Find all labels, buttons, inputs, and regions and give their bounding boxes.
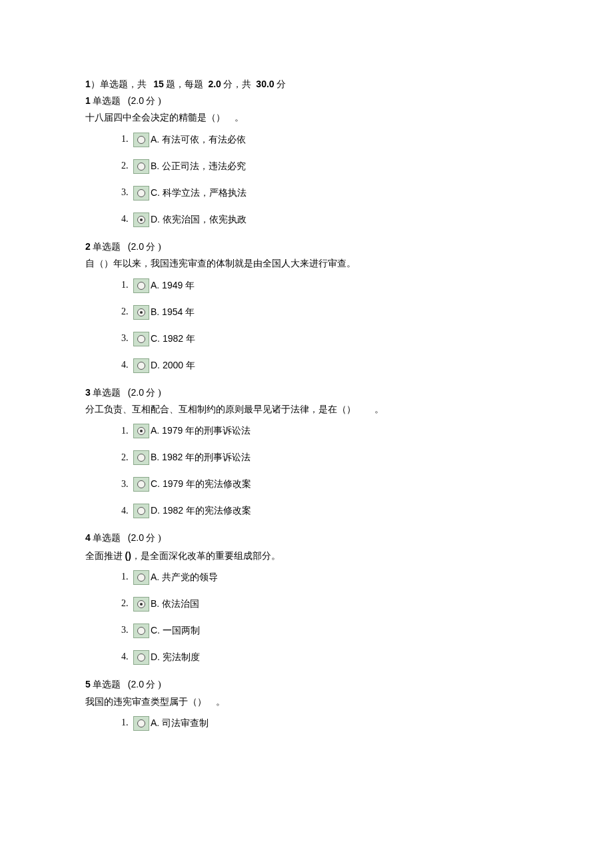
list-item: D. 宪法制度 xyxy=(131,650,526,665)
radio-icon[interactable] xyxy=(133,477,149,492)
question-type-label: 单选题 xyxy=(93,679,121,689)
radio-icon[interactable] xyxy=(133,278,149,293)
radio-icon[interactable] xyxy=(133,504,149,518)
option-list: A. 1949 年 B. 1954 年 C. 1982 年 D. 2000 年 xyxy=(85,278,526,373)
question-number: 1 xyxy=(85,95,91,106)
question-stem: 分工负责、互相配合、互相制约的原则最早见诸于法律，是在（） 。 xyxy=(85,402,526,417)
question-number: 4 xyxy=(85,532,91,543)
list-item: B. 依法治国 xyxy=(131,597,526,612)
option-label: C. 科学立法，严格执法 xyxy=(151,187,247,198)
list-item: B. 公正司法，违法必究 xyxy=(131,159,526,174)
section-text-d: 分 xyxy=(277,79,286,89)
section-count: 15 xyxy=(153,79,164,89)
list-item: C. 1979 年的宪法修改案 xyxy=(131,477,526,492)
option-label: A. 1949 年 xyxy=(151,280,195,290)
question-block: 5 单选题 (2.0 分 ) 我国的违宪审查类型属于（） 。 A. 司法审查制 xyxy=(85,677,526,731)
radio-icon[interactable] xyxy=(133,358,149,373)
question-points-close: 分 ) xyxy=(146,533,161,543)
question-type-label: 单选题 xyxy=(93,96,121,106)
question-points-open: (2.0 xyxy=(128,241,144,252)
section-text-a: ）单选题，共 xyxy=(91,79,147,89)
radio-icon[interactable] xyxy=(133,305,149,320)
question-block: 2 单选题 (2.0 分 ) 自（）年以来，我国违宪审查的体制就是由全国人大来进… xyxy=(85,239,526,373)
radio-icon[interactable] xyxy=(133,332,149,346)
document-page: 1）单选题，共 15 题，每题 2.0 分，共 30.0 分 1 单选题 (2.… xyxy=(0,0,613,783)
option-list: A. 共产党的领导 B. 依法治国 C. 一国两制 D. 宪法制度 xyxy=(85,570,526,665)
question-number: 3 xyxy=(85,387,91,398)
question-stem: 我国的违宪审查类型属于（） 。 xyxy=(85,695,526,709)
radio-icon[interactable] xyxy=(133,159,149,174)
list-item: B. 1954 年 xyxy=(131,305,526,320)
question-points-open: (2.0 xyxy=(128,532,144,543)
list-item: A. 共产党的领导 xyxy=(131,570,526,585)
question-points-close: 分 ) xyxy=(146,679,161,689)
radio-icon[interactable] xyxy=(133,213,149,227)
question-title: 1 单选题 (2.0 分 ) xyxy=(85,93,526,109)
section-text-b: 题，每题 xyxy=(166,79,203,89)
radio-icon[interactable] xyxy=(133,133,149,147)
question-type-label: 单选题 xyxy=(93,242,121,252)
list-item: C. 一国两制 xyxy=(131,624,526,638)
question-title: 5 单选题 (2.0 分 ) xyxy=(85,677,526,692)
radio-icon[interactable] xyxy=(133,716,149,731)
radio-icon[interactable] xyxy=(133,570,149,585)
list-item: A. 有法可依，有法必依 xyxy=(131,133,526,147)
list-item: C. 1982 年 xyxy=(131,332,526,346)
question-type-label: 单选题 xyxy=(93,388,121,398)
option-label: B. 公正司法，违法必究 xyxy=(151,161,246,171)
list-item: D. 2000 年 xyxy=(131,358,526,373)
question-block: 4 单选题 (2.0 分 ) 全面推进 ()，是全面深化改革的重要组成部分。 A… xyxy=(85,530,526,665)
question-points-close: 分 ) xyxy=(146,96,161,106)
list-item: A. 1979 年的刑事诉讼法 xyxy=(131,424,526,438)
radio-icon[interactable] xyxy=(133,186,149,201)
radio-icon[interactable] xyxy=(133,624,149,638)
section-total: 30.0 xyxy=(256,79,274,89)
option-list: A. 有法可依，有法必依 B. 公正司法，违法必究 C. 科学立法，严格执法 D… xyxy=(85,133,526,227)
option-list: A. 司法审查制 xyxy=(85,716,526,731)
stem-bold: () xyxy=(125,550,131,561)
section-pts: 2.0 xyxy=(208,79,221,89)
section-num: 1 xyxy=(85,79,91,89)
option-label: B. 1982 年的刑事诉讼法 xyxy=(151,452,251,462)
question-points-open: (2.0 xyxy=(128,95,144,106)
list-item: C. 科学立法，严格执法 xyxy=(131,186,526,201)
question-number: 5 xyxy=(85,679,91,689)
option-label: B. 1954 年 xyxy=(151,306,195,317)
option-label: A. 共产党的领导 xyxy=(151,572,218,582)
question-block: 1 单选题 (2.0 分 ) 十八届四中全会决定的精髓是（） 。 A. 有法可依… xyxy=(85,93,526,227)
question-type-label: 单选题 xyxy=(93,533,121,543)
stem-pre: 全面推进 xyxy=(85,551,125,561)
question-block: 3 单选题 (2.0 分 ) 分工负责、互相配合、互相制约的原则最早见诸于法律，… xyxy=(85,385,526,519)
question-stem: 全面推进 ()，是全面深化改革的重要组成部分。 xyxy=(85,548,526,564)
list-item: A. 1949 年 xyxy=(131,278,526,293)
list-item: D. 1982 年的宪法修改案 xyxy=(131,504,526,518)
option-label: A. 有法可依，有法必依 xyxy=(151,134,246,145)
question-stem: 自（）年以来，我国违宪审查的体制就是由全国人大来进行审查。 xyxy=(85,256,526,271)
option-label: A. 1979 年的刑事诉讼法 xyxy=(151,425,251,436)
radio-icon[interactable] xyxy=(133,424,149,438)
option-label: C. 1982 年 xyxy=(151,333,195,344)
radio-icon[interactable] xyxy=(133,650,149,665)
question-stem: 十八届四中全会决定的精髓是（） 。 xyxy=(85,111,526,125)
list-item: D. 依宪治国，依宪执政 xyxy=(131,213,526,227)
question-number: 2 xyxy=(85,241,91,252)
option-label: A. 司法审查制 xyxy=(151,717,209,728)
radio-icon[interactable] xyxy=(133,450,149,465)
stem-post: ，是全面深化改革的重要组成部分。 xyxy=(131,551,281,561)
question-points-open: (2.0 xyxy=(128,387,144,398)
option-label: C. 一国两制 xyxy=(151,625,200,636)
list-item: B. 1982 年的刑事诉讼法 xyxy=(131,450,526,465)
question-title: 4 单选题 (2.0 分 ) xyxy=(85,530,526,546)
radio-icon[interactable] xyxy=(133,597,149,612)
option-label: D. 宪法制度 xyxy=(151,651,200,662)
option-list: A. 1979 年的刑事诉讼法 B. 1982 年的刑事诉讼法 C. 1979 … xyxy=(85,424,526,518)
question-title: 3 单选题 (2.0 分 ) xyxy=(85,385,526,400)
option-label: B. 依法治国 xyxy=(151,598,199,609)
option-label: D. 2000 年 xyxy=(151,360,195,370)
question-points-open: (2.0 xyxy=(128,679,144,689)
section-header: 1）单选题，共 15 题，每题 2.0 分，共 30.0 分 xyxy=(85,79,526,91)
question-points-close: 分 ) xyxy=(146,388,161,398)
option-label: C. 1979 年的宪法修改案 xyxy=(151,478,251,489)
section-text-c: 分，共 xyxy=(223,79,251,89)
option-label: D. 依宪治国，依宪执政 xyxy=(151,214,247,224)
